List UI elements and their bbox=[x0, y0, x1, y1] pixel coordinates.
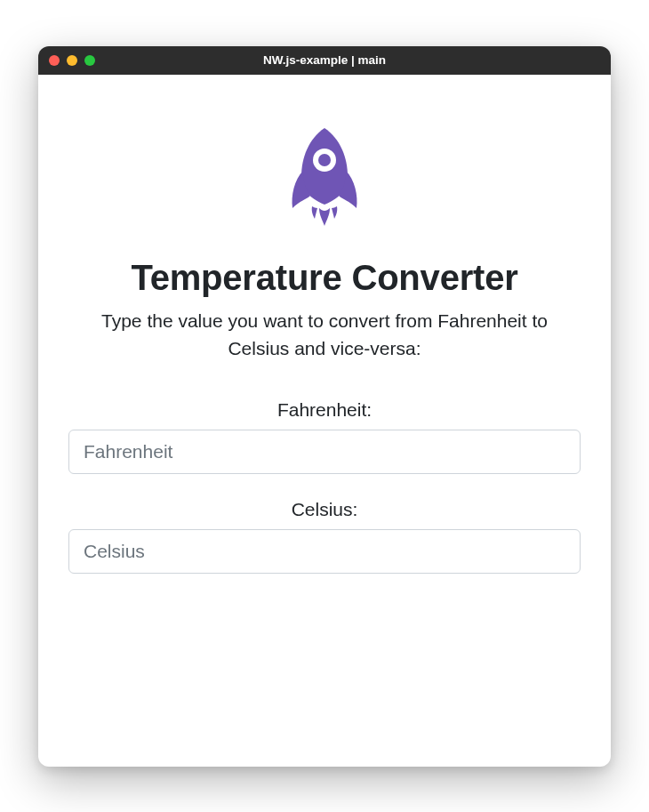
traffic-lights bbox=[49, 55, 95, 66]
fahrenheit-label: Fahrenheit: bbox=[68, 399, 581, 421]
page-title: Temperature Converter bbox=[68, 258, 581, 298]
close-icon[interactable] bbox=[49, 55, 60, 66]
maximize-icon[interactable] bbox=[84, 55, 95, 66]
celsius-label: Celsius: bbox=[68, 499, 581, 520]
celsius-group: Celsius: bbox=[68, 499, 581, 574]
minimize-icon[interactable] bbox=[67, 55, 77, 66]
rocket-icon bbox=[68, 126, 581, 233]
app-window: NW.js-example | main bbox=[38, 46, 611, 767]
content-area: Temperature Converter Type the value you… bbox=[38, 75, 611, 767]
fahrenheit-input[interactable] bbox=[68, 430, 581, 474]
svg-point-1 bbox=[318, 154, 331, 166]
titlebar: NW.js-example | main bbox=[38, 46, 611, 75]
page-subtitle: Type the value you want to convert from … bbox=[68, 307, 581, 362]
window-title: NW.js-example | main bbox=[38, 53, 611, 67]
celsius-input[interactable] bbox=[68, 529, 581, 574]
fahrenheit-group: Fahrenheit: bbox=[68, 399, 581, 474]
